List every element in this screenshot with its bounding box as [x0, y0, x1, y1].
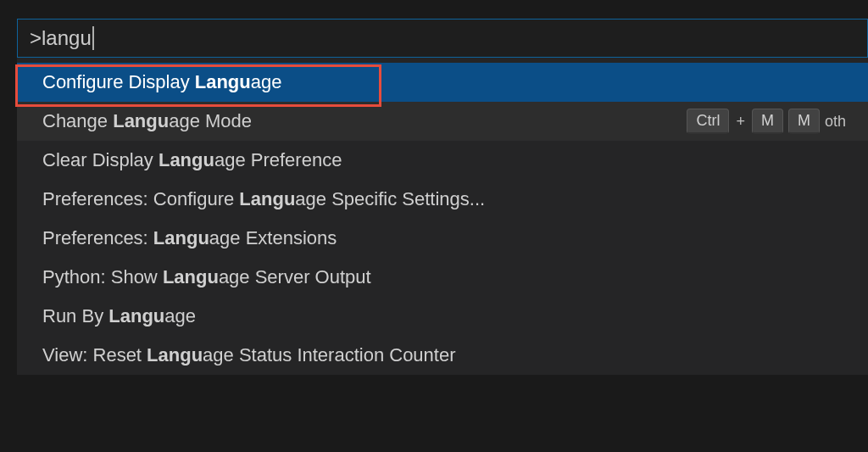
command-palette-item[interactable]: Configure Display Language [17, 63, 868, 102]
command-palette-results: Configure Display LanguageChange Languag… [17, 63, 868, 375]
kbd-plus: + [734, 113, 747, 131]
command-palette-item[interactable]: Preferences: Configure Language Specific… [17, 180, 868, 219]
text-cursor [92, 26, 94, 50]
command-palette: >langu Configure Display LanguageChange … [17, 19, 868, 375]
command-palette-item[interactable]: View: Reset Language Status Interaction … [17, 336, 868, 375]
command-palette-input[interactable]: >langu [17, 19, 868, 58]
command-palette-item-label: Run By Language [42, 305, 196, 327]
command-palette-item[interactable]: Run By Language [17, 297, 868, 336]
command-palette-item-label: Configure Display Language [42, 71, 281, 93]
command-palette-item[interactable]: Preferences: Language Extensions [17, 219, 868, 258]
keybinding-tail: oth [825, 113, 846, 131]
command-palette-item[interactable]: Change Language ModeCtrl+MMoth [17, 102, 868, 141]
command-palette-item-label: Change Language Mode [42, 110, 252, 132]
kbd-key: M [788, 109, 820, 134]
command-palette-item-label: Preferences: Configure Language Specific… [42, 188, 485, 210]
keybinding: Ctrl+MMoth [687, 109, 846, 134]
command-palette-item-label: View: Reset Language Status Interaction … [42, 344, 456, 366]
command-palette-input-value: >langu [30, 26, 92, 50]
command-palette-search-wrap: >langu [17, 19, 868, 63]
kbd-key: M [752, 109, 783, 134]
command-palette-item-label: Preferences: Language Extensions [42, 227, 337, 249]
command-palette-item[interactable]: Clear Display Language Preference [17, 141, 868, 180]
kbd-key: Ctrl [687, 109, 729, 134]
command-palette-item[interactable]: Python: Show Language Server Output [17, 258, 868, 297]
command-palette-item-label: Clear Display Language Preference [42, 149, 342, 171]
command-palette-item-label: Python: Show Language Server Output [42, 266, 371, 288]
